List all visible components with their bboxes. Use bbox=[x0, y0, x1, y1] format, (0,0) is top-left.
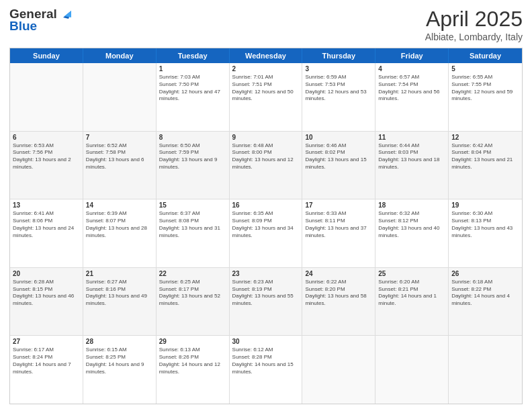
cal-cell-day-17: 17Sunrise: 6:33 AM Sunset: 8:11 PM Dayli… bbox=[302, 199, 375, 267]
day-number: 24 bbox=[305, 270, 372, 277]
day-number: 3 bbox=[305, 65, 372, 73]
day-number: 14 bbox=[86, 201, 153, 209]
cal-cell-day-20: 20Sunrise: 6:28 AM Sunset: 8:15 PM Dayli… bbox=[10, 268, 83, 336]
day-number: 10 bbox=[305, 134, 372, 141]
day-info: Sunrise: 6:59 AM Sunset: 7:53 PM Dayligh… bbox=[305, 74, 372, 103]
day-number: 6 bbox=[13, 134, 80, 141]
day-number: 26 bbox=[451, 270, 519, 277]
cal-cell-day-6: 6Sunrise: 6:53 AM Sunset: 7:56 PM Daylig… bbox=[10, 132, 83, 199]
page: General Blue April 2025 Albiate, Lombard… bbox=[0, 0, 532, 411]
logo: General Blue bbox=[9, 7, 72, 34]
day-info: Sunrise: 6:13 AM Sunset: 8:26 PM Dayligh… bbox=[159, 347, 226, 375]
day-info: Sunrise: 6:44 AM Sunset: 8:03 PM Dayligh… bbox=[378, 142, 445, 171]
cal-cell-empty-0-0 bbox=[10, 63, 83, 131]
day-info: Sunrise: 6:17 AM Sunset: 8:24 PM Dayligh… bbox=[13, 347, 80, 375]
cal-cell-day-12: 12Sunrise: 6:42 AM Sunset: 8:04 PM Dayli… bbox=[449, 132, 522, 199]
day-number: 25 bbox=[378, 270, 445, 277]
calendar: SundayMondayTuesdayWednesdayThursdayFrid… bbox=[9, 48, 523, 404]
day-number: 9 bbox=[232, 134, 300, 141]
day-number: 5 bbox=[451, 65, 519, 73]
day-info: Sunrise: 6:15 AM Sunset: 8:25 PM Dayligh… bbox=[86, 347, 153, 375]
day-number: 19 bbox=[451, 201, 519, 209]
day-info: Sunrise: 7:01 AM Sunset: 7:51 PM Dayligh… bbox=[232, 74, 300, 103]
main-title: April 2025 bbox=[425, 7, 523, 32]
day-number: 21 bbox=[86, 270, 153, 277]
subtitle: Albiate, Lombardy, Italy bbox=[425, 32, 523, 42]
cal-cell-day-27: 27Sunrise: 6:17 AM Sunset: 8:24 PM Dayli… bbox=[10, 336, 83, 404]
day-info: Sunrise: 7:03 AM Sunset: 7:50 PM Dayligh… bbox=[159, 74, 226, 103]
day-number: 30 bbox=[232, 338, 300, 345]
day-number: 15 bbox=[159, 201, 226, 209]
day-number: 22 bbox=[159, 270, 226, 277]
day-number: 1 bbox=[159, 65, 226, 73]
cal-row-2: 13Sunrise: 6:41 AM Sunset: 8:06 PM Dayli… bbox=[10, 199, 522, 268]
day-number: 28 bbox=[86, 338, 153, 345]
day-number: 17 bbox=[305, 201, 372, 209]
cal-cell-day-26: 26Sunrise: 6:18 AM Sunset: 8:22 PM Dayli… bbox=[449, 268, 522, 336]
cal-cell-day-15: 15Sunrise: 6:37 AM Sunset: 8:08 PM Dayli… bbox=[157, 199, 230, 267]
cal-cell-day-23: 23Sunrise: 6:23 AM Sunset: 8:19 PM Dayli… bbox=[230, 268, 303, 336]
cal-cell-day-2: 2Sunrise: 7:01 AM Sunset: 7:51 PM Daylig… bbox=[230, 63, 303, 131]
cal-header-monday: Monday bbox=[83, 48, 157, 63]
cal-row-3: 20Sunrise: 6:28 AM Sunset: 8:15 PM Dayli… bbox=[10, 268, 522, 336]
cal-cell-day-5: 5Sunrise: 6:55 AM Sunset: 7:55 PM Daylig… bbox=[449, 63, 522, 131]
day-info: Sunrise: 6:53 AM Sunset: 7:56 PM Dayligh… bbox=[13, 142, 80, 171]
day-info: Sunrise: 6:37 AM Sunset: 8:08 PM Dayligh… bbox=[159, 210, 226, 239]
header: General Blue April 2025 Albiate, Lombard… bbox=[9, 7, 523, 42]
cal-cell-day-22: 22Sunrise: 6:25 AM Sunset: 8:17 PM Dayli… bbox=[157, 268, 230, 336]
day-info: Sunrise: 6:48 AM Sunset: 8:00 PM Dayligh… bbox=[232, 142, 300, 171]
day-info: Sunrise: 6:18 AM Sunset: 8:22 PM Dayligh… bbox=[451, 279, 519, 308]
day-info: Sunrise: 6:33 AM Sunset: 8:11 PM Dayligh… bbox=[305, 210, 372, 239]
day-info: Sunrise: 6:42 AM Sunset: 8:04 PM Dayligh… bbox=[451, 142, 519, 171]
day-info: Sunrise: 6:35 AM Sunset: 8:09 PM Dayligh… bbox=[232, 210, 300, 239]
day-number: 27 bbox=[13, 338, 80, 345]
cal-row-4: 27Sunrise: 6:17 AM Sunset: 8:24 PM Dayli… bbox=[10, 336, 522, 404]
day-info: Sunrise: 6:30 AM Sunset: 8:13 PM Dayligh… bbox=[451, 210, 519, 239]
day-info: Sunrise: 6:50 AM Sunset: 7:59 PM Dayligh… bbox=[159, 142, 226, 171]
day-number: 12 bbox=[451, 134, 519, 141]
cal-header-thursday: Thursday bbox=[302, 48, 375, 63]
day-number: 16 bbox=[232, 201, 300, 209]
cal-cell-empty-4-4 bbox=[302, 336, 375, 404]
calendar-body: 1Sunrise: 7:03 AM Sunset: 7:50 PM Daylig… bbox=[10, 63, 522, 404]
cal-cell-day-8: 8Sunrise: 6:50 AM Sunset: 7:59 PM Daylig… bbox=[157, 132, 230, 199]
cal-header-sunday: Sunday bbox=[10, 48, 83, 63]
cal-header-wednesday: Wednesday bbox=[230, 48, 303, 63]
cal-cell-day-21: 21Sunrise: 6:27 AM Sunset: 8:16 PM Dayli… bbox=[83, 268, 157, 336]
day-number: 29 bbox=[159, 338, 226, 345]
cal-row-1: 6Sunrise: 6:53 AM Sunset: 7:56 PM Daylig… bbox=[10, 132, 522, 200]
day-info: Sunrise: 6:41 AM Sunset: 8:06 PM Dayligh… bbox=[13, 210, 80, 239]
cal-cell-day-19: 19Sunrise: 6:30 AM Sunset: 8:13 PM Dayli… bbox=[449, 199, 522, 267]
cal-cell-day-25: 25Sunrise: 6:20 AM Sunset: 8:21 PM Dayli… bbox=[375, 268, 449, 336]
cal-cell-day-30: 30Sunrise: 6:12 AM Sunset: 8:28 PM Dayli… bbox=[230, 336, 303, 404]
day-number: 7 bbox=[86, 134, 153, 141]
day-info: Sunrise: 6:55 AM Sunset: 7:55 PM Dayligh… bbox=[451, 74, 519, 103]
day-info: Sunrise: 6:46 AM Sunset: 8:02 PM Dayligh… bbox=[305, 142, 372, 171]
cal-cell-day-29: 29Sunrise: 6:13 AM Sunset: 8:26 PM Dayli… bbox=[157, 336, 230, 404]
day-number: 11 bbox=[378, 134, 445, 141]
day-info: Sunrise: 6:32 AM Sunset: 8:12 PM Dayligh… bbox=[378, 210, 445, 239]
day-number: 23 bbox=[232, 270, 300, 277]
day-number: 2 bbox=[232, 65, 300, 73]
cal-cell-empty-4-5 bbox=[375, 336, 449, 404]
cal-cell-day-10: 10Sunrise: 6:46 AM Sunset: 8:02 PM Dayli… bbox=[302, 132, 375, 199]
calendar-header: SundayMondayTuesdayWednesdayThursdayFrid… bbox=[10, 48, 522, 63]
cal-header-tuesday: Tuesday bbox=[157, 48, 230, 63]
cal-cell-day-3: 3Sunrise: 6:59 AM Sunset: 7:53 PM Daylig… bbox=[302, 63, 375, 131]
cal-header-friday: Friday bbox=[375, 48, 449, 63]
logo-blue: Blue bbox=[9, 19, 37, 34]
day-info: Sunrise: 6:39 AM Sunset: 8:07 PM Dayligh… bbox=[86, 210, 153, 239]
cal-cell-day-18: 18Sunrise: 6:32 AM Sunset: 8:12 PM Dayli… bbox=[375, 199, 449, 267]
cal-header-saturday: Saturday bbox=[449, 48, 522, 63]
cal-row-0: 1Sunrise: 7:03 AM Sunset: 7:50 PM Daylig… bbox=[10, 63, 522, 132]
cal-cell-day-11: 11Sunrise: 6:44 AM Sunset: 8:03 PM Dayli… bbox=[375, 132, 449, 199]
day-info: Sunrise: 6:23 AM Sunset: 8:19 PM Dayligh… bbox=[232, 279, 300, 308]
cal-cell-day-13: 13Sunrise: 6:41 AM Sunset: 8:06 PM Dayli… bbox=[10, 199, 83, 267]
cal-cell-day-28: 28Sunrise: 6:15 AM Sunset: 8:25 PM Dayli… bbox=[83, 336, 157, 404]
day-info: Sunrise: 6:57 AM Sunset: 7:54 PM Dayligh… bbox=[378, 74, 445, 103]
cal-cell-day-24: 24Sunrise: 6:22 AM Sunset: 8:20 PM Dayli… bbox=[302, 268, 375, 336]
cal-cell-day-9: 9Sunrise: 6:48 AM Sunset: 8:00 PM Daylig… bbox=[230, 132, 303, 199]
day-number: 8 bbox=[159, 134, 226, 141]
day-info: Sunrise: 6:25 AM Sunset: 8:17 PM Dayligh… bbox=[159, 279, 226, 308]
cal-cell-day-16: 16Sunrise: 6:35 AM Sunset: 8:09 PM Dayli… bbox=[230, 199, 303, 267]
